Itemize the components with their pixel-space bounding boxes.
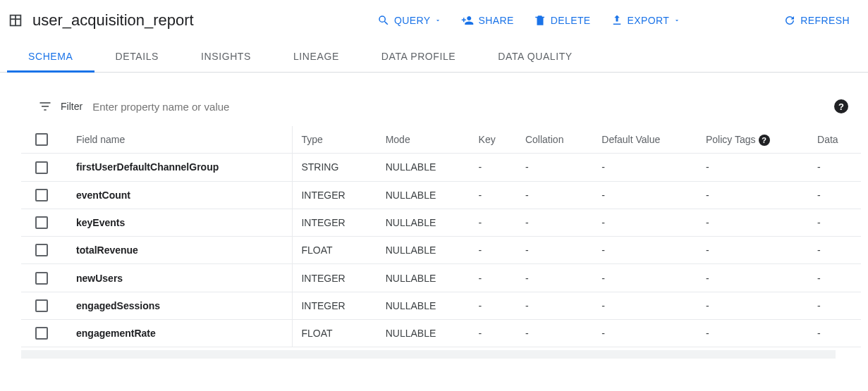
tab-schema[interactable]: SCHEMA: [7, 41, 94, 72]
schema-table: Field name Type Mode Key Collation Defau…: [21, 126, 861, 359]
table-icon: [7, 12, 24, 29]
row-checkbox[interactable]: [35, 216, 48, 229]
cell-type: INTEGER: [293, 264, 377, 292]
table-row: totalRevenueFLOATNULLABLE-----: [21, 237, 861, 264]
cell-type: FLOAT: [293, 237, 377, 264]
cell-data: -: [809, 320, 861, 347]
tab-dataquality[interactable]: DATA QUALITY: [477, 41, 593, 72]
cell-collation: -: [517, 237, 593, 264]
row-checkbox[interactable]: [35, 272, 48, 285]
select-all-checkbox[interactable]: [35, 133, 48, 146]
table-row: keyEventsINTEGERNULLABLE-----: [21, 209, 861, 236]
horizontal-scrollbar[interactable]: [21, 350, 836, 359]
cell-field-name: engagementRate: [56, 320, 293, 347]
cell-key: -: [470, 320, 517, 347]
table-row: firstUserDefaultChannelGroupSTRINGNULLAB…: [21, 154, 861, 181]
filter-row: Filter ?: [21, 94, 861, 126]
query-button[interactable]: QUERY: [370, 8, 449, 32]
filter-icon: [38, 99, 52, 113]
tab-lineage[interactable]: LINEAGE: [272, 41, 360, 72]
cell-default-value: -: [593, 320, 697, 347]
table-row: engagedSessionsINTEGERNULLABLE-----: [21, 292, 861, 319]
table-row: engagementRateFLOATNULLABLE-----: [21, 320, 861, 347]
cell-field-name: totalRevenue: [56, 237, 293, 264]
cell-key: -: [470, 154, 517, 181]
share-label: SHARE: [478, 15, 513, 26]
export-button[interactable]: EXPORT: [604, 8, 688, 32]
trash-icon: [534, 14, 546, 27]
cell-policy-tags: -: [697, 209, 809, 236]
cell-mode: NULLABLE: [377, 181, 470, 209]
cell-mode: NULLABLE: [377, 154, 470, 181]
help-icon[interactable]: ?: [759, 135, 770, 146]
table-header-row: Field name Type Mode Key Collation Defau…: [21, 126, 861, 154]
col-data[interactable]: Data: [809, 126, 861, 154]
cell-data: -: [809, 181, 861, 209]
tab-details[interactable]: DETAILS: [94, 41, 181, 72]
cell-data: -: [809, 237, 861, 264]
cell-key: -: [470, 292, 517, 319]
share-button[interactable]: SHARE: [454, 8, 520, 32]
header: user_acquisition_report QUERY SHARE DELE…: [0, 0, 868, 41]
cell-key: -: [470, 181, 517, 209]
row-checkbox[interactable]: [35, 327, 48, 340]
cell-collation: -: [517, 264, 593, 292]
col-type[interactable]: Type: [293, 126, 377, 154]
cell-field-name: engagedSessions: [56, 292, 293, 319]
col-policy-tags[interactable]: Policy Tags?: [697, 126, 809, 154]
filter-label: Filter: [61, 101, 82, 112]
cell-collation: -: [517, 181, 593, 209]
cell-mode: NULLABLE: [377, 237, 470, 264]
row-checkbox[interactable]: [35, 189, 48, 201]
cell-mode: NULLABLE: [377, 292, 470, 319]
delete-button[interactable]: DELETE: [527, 8, 598, 32]
cell-default-value: -: [593, 209, 697, 236]
cell-data: -: [809, 292, 861, 319]
filter-input[interactable]: [91, 100, 826, 113]
refresh-label: REFRESH: [800, 15, 850, 26]
cell-mode: NULLABLE: [377, 320, 470, 347]
chevron-down-icon: [673, 17, 680, 24]
col-collation[interactable]: Collation: [517, 126, 593, 154]
cell-policy-tags: -: [697, 237, 809, 264]
row-checkbox[interactable]: [35, 299, 48, 312]
export-icon: [611, 14, 623, 27]
row-checkbox[interactable]: [35, 161, 48, 174]
cell-type: INTEGER: [293, 209, 377, 236]
cell-default-value: -: [593, 292, 697, 319]
toolbar: QUERY SHARE DELETE EXPORT REFRESH: [370, 8, 857, 32]
col-key[interactable]: Key: [470, 126, 517, 154]
help-icon[interactable]: ?: [834, 99, 848, 113]
col-mode[interactable]: Mode: [377, 126, 470, 154]
cell-type: FLOAT: [293, 320, 377, 347]
cell-field-name: firstUserDefaultChannelGroup: [56, 154, 293, 181]
cell-data: -: [809, 209, 861, 236]
cell-collation: -: [517, 292, 593, 319]
col-field-name[interactable]: Field name: [56, 126, 293, 154]
table-row: newUsersINTEGERNULLABLE-----: [21, 264, 861, 292]
search-icon: [377, 14, 390, 27]
col-default-value[interactable]: Default Value: [593, 126, 697, 154]
cell-mode: NULLABLE: [377, 209, 470, 236]
delete-label: DELETE: [551, 15, 591, 26]
cell-key: -: [470, 209, 517, 236]
query-label: QUERY: [394, 15, 431, 26]
row-checkbox[interactable]: [35, 244, 48, 256]
tab-dataprofile[interactable]: DATA PROFILE: [360, 41, 477, 72]
table-row: eventCountINTEGERNULLABLE-----: [21, 181, 861, 209]
schema-panel: Filter ? Field name Type Mode Key Collat…: [0, 73, 868, 359]
chevron-down-icon: [434, 17, 441, 24]
cell-policy-tags: -: [697, 154, 809, 181]
refresh-button[interactable]: REFRESH: [776, 8, 857, 32]
cell-key: -: [470, 237, 517, 264]
refresh-icon: [783, 14, 796, 27]
cell-default-value: -: [593, 237, 697, 264]
cell-type: INTEGER: [293, 181, 377, 209]
cell-collation: -: [517, 154, 593, 181]
tabs: SCHEMADETAILSINSIGHTSLINEAGEDATA PROFILE…: [0, 41, 868, 73]
person-add-icon: [461, 14, 474, 27]
tab-insights[interactable]: INSIGHTS: [180, 41, 272, 72]
cell-collation: -: [517, 209, 593, 236]
cell-policy-tags: -: [697, 181, 809, 209]
cell-policy-tags: -: [697, 320, 809, 347]
